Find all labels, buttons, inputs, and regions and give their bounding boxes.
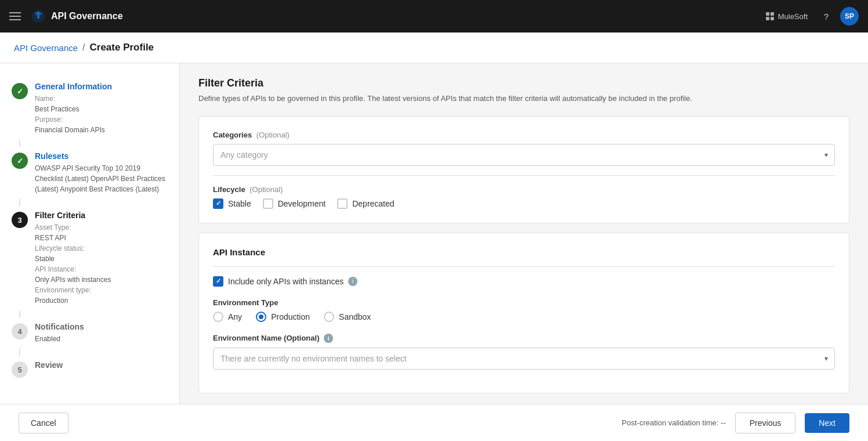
step-circle-2: ✓ <box>12 153 28 169</box>
top-navigation: API Governance MuleSoft ? SP <box>0 0 868 32</box>
breadcrumb-link[interactable]: API Governance <box>14 43 78 53</box>
step-content-5: Review <box>35 360 168 372</box>
env-type-sandbox[interactable]: Sandbox <box>324 312 371 322</box>
page-title: Filter Criteria <box>198 77 849 89</box>
development-label: Development <box>278 199 326 208</box>
validation-time-text: Post-creation validation time: -- <box>622 418 726 427</box>
svg-rect-0 <box>766 12 769 16</box>
stable-checkbox[interactable] <box>213 198 223 209</box>
step-circle-4: 4 <box>12 323 28 339</box>
previous-button[interactable]: Previous <box>735 413 795 433</box>
sandbox-radio[interactable] <box>324 312 334 322</box>
env-name-info-icon[interactable]: i <box>324 334 333 343</box>
environment-name-select-wrapper: There are currently no environment names… <box>213 348 835 370</box>
stable-label: Stable <box>228 199 251 208</box>
step-title-rulesets[interactable]: Rulesets <box>35 151 168 161</box>
include-apis-checkbox[interactable] <box>213 276 223 287</box>
step-title-review: Review <box>35 360 168 370</box>
env-type-any[interactable]: Any <box>213 312 242 322</box>
divider-1 <box>213 175 835 176</box>
svg-rect-2 <box>766 17 769 20</box>
production-label: Production <box>271 312 310 321</box>
sidebar-item-notifications[interactable]: 4 Notifications Enabled <box>0 317 179 349</box>
step-connector-3 <box>19 310 20 317</box>
api-instance-title: API Instance <box>213 247 835 257</box>
cancel-button[interactable]: Cancel <box>19 413 68 433</box>
next-button[interactable]: Next <box>805 413 849 433</box>
include-apis-label: Include only APIs with instances <box>228 277 343 286</box>
brand-icon <box>30 8 46 24</box>
section-description: Define types of APIs to be governed in t… <box>198 93 849 104</box>
nav-left: API Governance <box>9 8 123 24</box>
sidebar-item-rulesets[interactable]: ✓ Rulesets OWASP API Security Top 10 201… <box>0 147 179 199</box>
sidebar: ✓ General Information Name: Best Practic… <box>0 63 180 439</box>
sidebar-item-filter-criteria[interactable]: 3 Filter Criteria Asset Type: REST API L… <box>0 206 179 310</box>
sidebar-item-review[interactable]: 5 Review <box>0 356 179 382</box>
step-circle-3: 3 <box>12 212 28 228</box>
step-title-filter-criteria: Filter Criteria <box>35 211 168 220</box>
breadcrumb-current: Create Profile <box>90 42 154 53</box>
include-apis-info-icon[interactable]: i <box>348 277 357 286</box>
step-detail-3: Asset Type: REST API Lifecycle status: S… <box>35 222 168 306</box>
categories-select[interactable]: Any category <box>213 144 835 166</box>
sidebar-item-general-information[interactable]: ✓ General Information Name: Best Practic… <box>0 77 179 140</box>
lifecycle-development[interactable]: Development <box>263 198 326 209</box>
mulasoft-icon <box>765 12 775 21</box>
step-detail-4: Enabled <box>35 334 168 344</box>
any-label: Any <box>228 312 242 321</box>
breadcrumb-separator: / <box>82 42 85 53</box>
content-area: Filter Criteria Define types of APIs to … <box>180 63 868 439</box>
hamburger-menu[interactable] <box>9 12 21 20</box>
user-avatar[interactable]: SP <box>840 7 859 26</box>
any-radio[interactable] <box>213 312 223 322</box>
deprecated-label: Deprecated <box>352 199 394 208</box>
step-circle-5: 5 <box>12 362 28 378</box>
step-content-1: General Information Name: Best Practices… <box>35 82 168 135</box>
help-button[interactable]: ? <box>817 7 836 26</box>
step-connector-2 <box>19 199 20 206</box>
main-layout: ✓ General Information Name: Best Practic… <box>0 63 868 439</box>
bottom-right: Post-creation validation time: -- Previo… <box>622 413 849 433</box>
svg-rect-3 <box>771 17 774 20</box>
step-title-general-information[interactable]: General Information <box>35 82 168 91</box>
divider-2 <box>213 266 835 267</box>
environment-name-select[interactable]: There are currently no environment names… <box>213 348 835 370</box>
categories-lifecycle-card: Categories (Optional) Any category ▾ Lif… <box>198 116 849 223</box>
lifecycle-label: Lifecycle (Optional) <box>213 185 835 194</box>
step-connector-4 <box>19 349 20 356</box>
step-detail-2: OWASP API Security Top 10 2019 Checklist… <box>35 163 168 194</box>
include-apis-row: Include only APIs with instances i <box>213 276 835 287</box>
api-instance-card: API Instance Include only APIs with inst… <box>198 233 849 394</box>
mulasoft-selector[interactable]: MuleSoft <box>761 9 812 23</box>
sandbox-label: Sandbox <box>339 312 371 321</box>
lifecycle-deprecated[interactable]: Deprecated <box>337 198 394 209</box>
development-checkbox[interactable] <box>263 198 273 209</box>
lifecycle-stable[interactable]: Stable <box>213 198 251 209</box>
step-content-3: Filter Criteria Asset Type: REST API Lif… <box>35 211 168 306</box>
categories-label: Categories (Optional) <box>213 131 835 139</box>
production-radio[interactable] <box>256 312 266 322</box>
step-content-4: Notifications Enabled <box>35 322 168 344</box>
filter-criteria-header: Filter Criteria Define types of APIs to … <box>198 77 849 104</box>
step-circle-1: ✓ <box>12 83 28 99</box>
brand-logo: API Governance <box>30 8 123 24</box>
breadcrumb: API Governance / Create Profile <box>0 32 868 63</box>
step-detail-1: Name: Best Practices Purpose: Financial … <box>35 93 168 135</box>
environment-name-field-label: Environment Name (Optional) i <box>213 334 835 344</box>
step-content-2: Rulesets OWASP API Security Top 10 2019 … <box>35 151 168 194</box>
bottom-bar: Cancel Post-creation validation time: --… <box>0 404 868 439</box>
environment-type-label: Environment Type <box>213 298 835 307</box>
env-type-production[interactable]: Production <box>256 312 310 322</box>
categories-select-wrapper: Any category ▾ <box>213 144 835 166</box>
nav-right: MuleSoft ? SP <box>761 7 859 26</box>
lifecycle-checkbox-group: Stable Development Deprecated <box>213 198 835 209</box>
svg-rect-1 <box>771 12 774 16</box>
step-title-notifications: Notifications <box>35 322 168 331</box>
environment-type-radio-group: Any Production Sandbox <box>213 312 835 322</box>
deprecated-checkbox[interactable] <box>337 198 348 209</box>
step-connector-1 <box>19 140 20 147</box>
